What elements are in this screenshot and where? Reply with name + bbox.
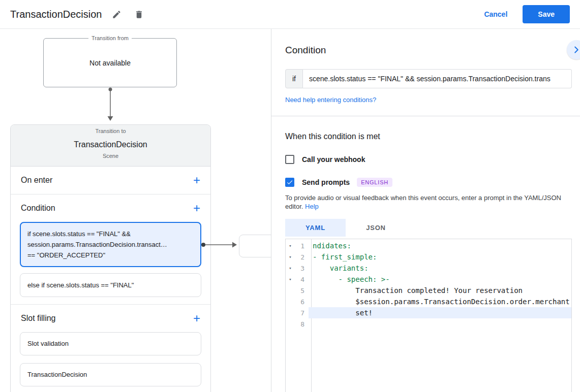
panel-title: Condition (285, 45, 572, 56)
line-number: 7 (295, 309, 308, 317)
edit-title-button[interactable] (109, 7, 124, 22)
scene-canvas: Transition from Not available Transition… (0, 29, 271, 392)
transition-target-box (239, 235, 271, 257)
scene-card: Transition to TransactionDecision Scene … (10, 124, 211, 392)
scene-card-header: Transition to TransactionDecision Scene (11, 125, 210, 167)
editor-line[interactable]: 5 Transaction completed! Your reservatio… (286, 285, 571, 296)
code-text (309, 318, 571, 330)
tab-yaml[interactable]: YAML (285, 219, 346, 237)
webhook-row: Call your webhook (285, 155, 572, 164)
line-number: 8 (295, 320, 308, 328)
slot-card[interactable]: TransactionDecision (20, 363, 201, 386)
editor-line[interactable]: ▾3 variants: (286, 263, 571, 274)
condition-section-header: Condition + (11, 194, 210, 222)
editor-line[interactable]: ▾1ndidates: (286, 240, 571, 251)
line-number: 6 (295, 298, 308, 306)
code-text: $session.params.TransactionDecision.orde… (309, 296, 571, 307)
prompt-hint-text: To provide audio or visual feedback when… (285, 194, 561, 210)
editor-line[interactable]: ▾2- first_simple: (286, 251, 571, 263)
condition-input-row: if (285, 69, 572, 88)
cancel-button[interactable]: Cancel (484, 10, 507, 18)
webhook-checkbox[interactable] (285, 155, 294, 164)
transition-from-legend: Transition from (44, 35, 176, 41)
slot-filling-section-header: Slot filling + (11, 305, 210, 332)
code-text: ndidates: (309, 240, 571, 251)
condition-card[interactable]: else if scene.slots.status == "FINAL" (20, 273, 201, 297)
scene-type-label: Scene (11, 153, 210, 159)
code-text: - first_simple: (309, 251, 571, 263)
fold-arrow-icon[interactable]: ▾ (286, 243, 295, 248)
editor-line[interactable]: 6 $session.params.TransactionDecision.or… (286, 296, 571, 307)
slot-card-list: Slot validationTransactionDecision (11, 332, 210, 386)
line-number: 4 (295, 276, 308, 283)
line-number: 2 (295, 253, 308, 261)
code-text: - speech: >- (309, 274, 571, 285)
editor-line[interactable]: ▾4 - speech: >- (286, 274, 571, 285)
prompt-hint: To provide audio or visual feedback when… (285, 193, 570, 211)
webhook-label: Call your webhook (302, 155, 365, 164)
transition-from-box: Transition from Not available (43, 38, 177, 87)
condition-editor-block: Condition if Need help entering conditio… (271, 29, 580, 116)
page-title: TransactionDecision (10, 9, 102, 20)
if-label: if (285, 69, 303, 88)
fold-arrow-icon[interactable]: ▾ (286, 266, 295, 271)
when-met-title: When this condition is met (285, 132, 572, 141)
chevron-right-icon (571, 44, 580, 55)
slot-card[interactable]: Slot validation (20, 332, 201, 355)
tab-json[interactable]: JSON (346, 219, 406, 237)
language-badge: ENGLISH (357, 178, 392, 187)
add-on-enter-button[interactable]: + (193, 175, 200, 185)
condition-section-label: Condition (21, 204, 55, 213)
fold-arrow-icon[interactable]: ▾ (286, 254, 295, 259)
line-number: 1 (295, 242, 308, 250)
transition-to-legend: Transition to (11, 128, 210, 134)
send-prompts-checkbox[interactable] (285, 178, 294, 187)
pencil-icon (112, 10, 121, 19)
fold-arrow-icon[interactable]: ▾ (286, 277, 295, 282)
line-number: 3 (295, 265, 308, 272)
save-button[interactable]: Save (523, 5, 570, 23)
scene-name: TransactionDecision (11, 140, 210, 149)
editor-line[interactable]: 7 set! (286, 307, 571, 318)
code-text: Transaction completed! Your reservation (309, 285, 571, 296)
panel-divider (271, 116, 580, 116)
send-prompts-row: Send prompts ENGLISH (285, 178, 572, 187)
add-slot-button[interactable]: + (193, 313, 200, 323)
slot-filling-label: Slot filling (21, 314, 55, 323)
condition-section: Condition + if scene.slots.status == "FI… (11, 194, 210, 305)
yaml-editor[interactable]: ▾1ndidates:▾2- first_simple:▾3 variants:… (285, 239, 572, 392)
editor-tabs: YAMLJSON (285, 219, 572, 237)
condition-met-block: When this condition is met Call your web… (271, 132, 580, 392)
help-link[interactable]: Help (305, 203, 319, 210)
condition-help-link[interactable]: Need help entering conditions? (285, 96, 376, 104)
code-text: variants: (309, 263, 571, 274)
trash-icon (134, 10, 144, 19)
detail-panel: Condition if Need help entering conditio… (271, 29, 580, 392)
slot-filling-section: Slot filling + Slot validationTransactio… (11, 305, 210, 392)
editor-lines: ▾1ndidates:▾2- first_simple:▾3 variants:… (286, 239, 571, 330)
condition-card[interactable]: if scene.slots.status == "FINAL" &&sessi… (20, 222, 201, 267)
send-prompts-label: Send prompts (302, 178, 350, 186)
condition-card-list: if scene.slots.status == "FINAL" &&sessi… (11, 222, 210, 297)
on-enter-row[interactable]: On enter + (11, 167, 210, 194)
main-split: Transition from Not available Transition… (0, 29, 580, 392)
on-enter-label: On enter (21, 176, 52, 185)
delete-scene-button[interactable] (131, 7, 146, 22)
condition-input[interactable] (303, 69, 572, 88)
check-icon (286, 179, 293, 186)
code-text: set! (309, 307, 571, 318)
editor-line[interactable]: 8 (286, 318, 571, 330)
transition-from-value: Not available (44, 39, 176, 87)
add-condition-button[interactable]: + (193, 203, 200, 213)
header: TransactionDecision Cancel Save (0, 0, 580, 29)
line-number: 5 (295, 287, 308, 295)
